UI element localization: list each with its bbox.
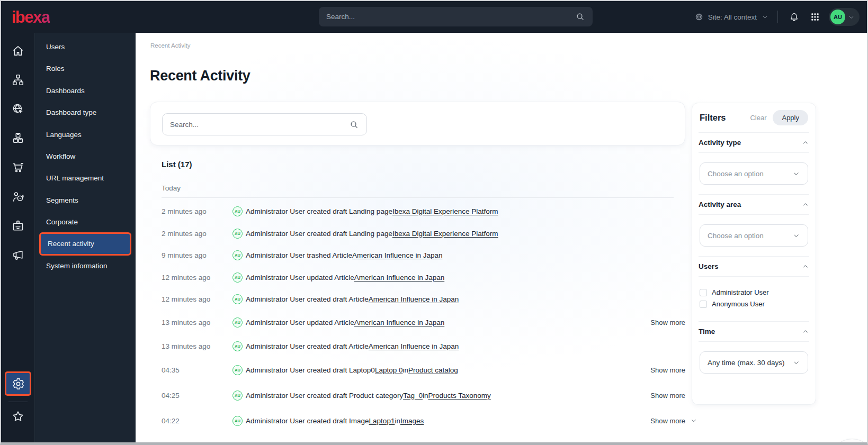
rail-item-marketing[interactable] <box>1 244 35 266</box>
list-group-label: Today <box>162 184 181 192</box>
activity-link[interactable]: Ibexa Digital Experience Platform <box>392 230 498 238</box>
sidebar-item-dashboard-type[interactable]: Dashboard type <box>35 102 136 123</box>
floating-button-partial[interactable] <box>829 439 868 445</box>
filter-section-header[interactable]: Users <box>699 257 809 276</box>
activity-text: Administrator User created draft Laptop0 <box>246 366 375 374</box>
avatar: AU <box>232 250 243 260</box>
corporate-icon <box>11 219 25 233</box>
avatar: AU <box>830 10 845 24</box>
sidebar-item-workflow[interactable]: Workflow <box>35 146 136 167</box>
show-more-button[interactable]: Show more <box>650 366 697 374</box>
chevron-down-icon <box>847 13 855 21</box>
activity-row: 12 minutes agoAUAdministrator User updat… <box>162 271 697 283</box>
sidebar-item-system-information[interactable]: System information <box>35 256 136 277</box>
show-more-button[interactable]: Show more <box>650 417 697 425</box>
filter-checkbox-row[interactable]: Administrator User <box>700 288 808 296</box>
rail-item-admin-active[interactable] <box>5 371 31 396</box>
checkbox[interactable] <box>700 289 707 296</box>
chevron-up-icon <box>801 262 809 270</box>
activity-link[interactable]: Laptop1 <box>369 417 395 425</box>
site-context-switcher[interactable]: Site: All context <box>694 12 769 22</box>
app-grid-button[interactable] <box>808 10 822 24</box>
rail-item-site[interactable] <box>1 98 35 120</box>
activity-time: 12 minutes ago <box>162 274 232 281</box>
activity-text: in <box>395 417 400 425</box>
activity-link[interactable]: American Influence in Japan <box>354 319 444 326</box>
activity-link[interactable]: Product catalog <box>408 366 458 374</box>
activity-text: Administrator User trashed Article <box>246 251 352 259</box>
rail-item-content-structure[interactable] <box>1 69 35 90</box>
activity-time: 2 minutes ago <box>162 207 232 215</box>
sidebar-item-languages[interactable]: Languages <box>35 124 136 146</box>
chevron-down-icon <box>761 13 769 21</box>
filter-section-time: TimeAny time (max. 30 days) <box>699 321 809 383</box>
activity-search <box>162 113 367 135</box>
activity-link[interactable]: Products Taxonomy <box>428 392 490 399</box>
chevron-down-icon <box>690 417 697 424</box>
avatar: AU <box>232 416 243 426</box>
activity-link[interactable]: Ibexa Digital Experience Platform <box>392 207 498 215</box>
activity-link[interactable]: Laptop 0 <box>375 366 403 374</box>
main-content: Recent Activity Recent Activity List (17… <box>136 33 867 442</box>
activity-row: 04:22AUAdministrator User created draft … <box>162 415 697 426</box>
activity-row: 13 minutes agoAUAdministrator User updat… <box>162 316 697 328</box>
sidebar-item-roles[interactable]: Roles <box>35 58 136 79</box>
activity-link[interactable]: Images <box>400 417 424 425</box>
activity-text: Administrator User created draft Landing… <box>246 207 392 215</box>
activity-link[interactable]: Tag_0 <box>403 392 423 399</box>
activity-link[interactable]: American Influence in Japan <box>352 251 442 259</box>
sidebar-item-users[interactable]: Users <box>35 37 136 58</box>
activity-link[interactable]: American Influence in Japan <box>354 274 444 281</box>
sidebar-item-url-management[interactable]: URL management <box>35 168 136 189</box>
activity-row: 12 minutes agoAUAdministrator User creat… <box>162 293 697 305</box>
avatar: AU <box>232 341 243 351</box>
activity-row: 2 minutes agoAUAdministrator User create… <box>162 205 697 217</box>
rail-item-corporate[interactable] <box>1 215 35 237</box>
activity-row: 2 minutes agoAUAdministrator User create… <box>162 228 697 239</box>
sidebar-item-dashboards[interactable]: Dashboards <box>35 80 136 102</box>
ibexa-logo[interactable]: ibexa <box>12 8 50 27</box>
activity-text: Administrator User created draft Product… <box>246 392 403 399</box>
gear-icon <box>12 377 25 390</box>
chevron-up-icon <box>801 328 809 335</box>
rail-item-home[interactable] <box>1 40 35 61</box>
filter-checkbox-row[interactable]: Anonymous User <box>700 300 808 308</box>
activity-time: 9 minutes ago <box>162 251 232 259</box>
activity-time: 12 minutes ago <box>162 295 232 303</box>
rail-item-commerce[interactable] <box>1 157 35 178</box>
activity-search-card <box>150 102 685 146</box>
activity-link[interactable]: American Influence in Japan <box>369 295 459 303</box>
filter-select[interactable]: Any time (max. 30 days) <box>700 351 808 374</box>
rail-item-personalization[interactable] <box>1 186 35 207</box>
activity-row: 04:35AUAdministrator User created draft … <box>162 364 697 376</box>
activity-link[interactable]: American Influence in Japan <box>369 342 459 350</box>
filter-section-header[interactable]: Activity type <box>699 133 809 152</box>
rail-item-product-catalog[interactable] <box>1 128 35 149</box>
filter-select[interactable]: Choose an option <box>700 224 808 247</box>
sidebar-item-corporate[interactable]: Corporate <box>35 212 136 233</box>
global-search-input[interactable] <box>326 13 575 21</box>
commerce-icon <box>11 160 25 174</box>
rail-item-bookmarks[interactable] <box>1 406 35 427</box>
show-more-button[interactable]: Show more <box>650 392 697 399</box>
avatar: AU <box>232 317 243 328</box>
page-title: Recent Activity <box>150 68 250 84</box>
avatar: AU <box>232 294 243 304</box>
filter-section-header[interactable]: Activity area <box>699 195 809 214</box>
divider <box>162 197 674 198</box>
user-menu[interactable]: AU <box>829 8 860 26</box>
activity-search-input[interactable] <box>170 121 349 129</box>
sidebar-item-recent-activity[interactable]: Recent activity <box>39 232 131 256</box>
checkbox[interactable] <box>700 301 707 308</box>
notifications-button[interactable] <box>786 10 801 24</box>
chevron-down-icon <box>792 359 800 367</box>
clear-filters-button[interactable]: Clear <box>750 114 766 122</box>
home-icon <box>11 44 25 58</box>
sidebar-item-segments[interactable]: Segments <box>35 190 136 211</box>
avatar: AU <box>232 390 243 401</box>
show-more-button[interactable]: Show more <box>650 319 697 326</box>
filter-section-header[interactable]: Time <box>699 322 809 341</box>
search-icon <box>575 12 585 22</box>
filter-select[interactable]: Choose an option <box>700 162 808 185</box>
apply-filters-button[interactable]: Apply <box>773 110 808 125</box>
